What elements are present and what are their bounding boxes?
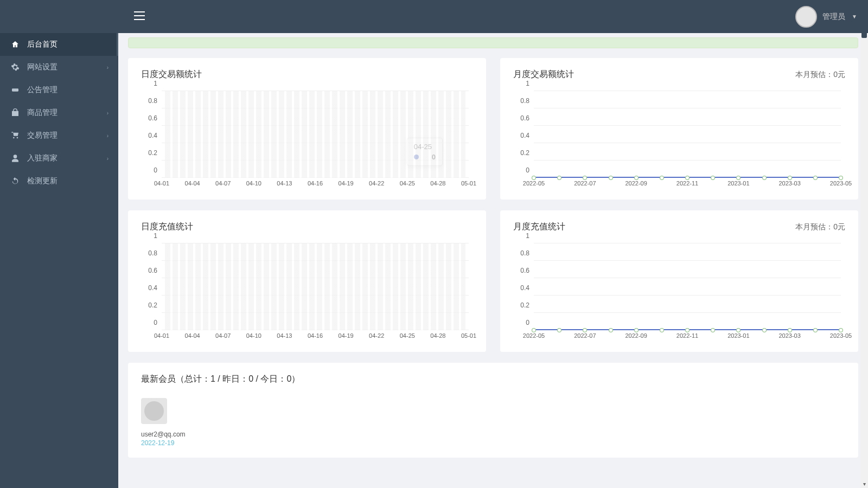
sidebar-item-3[interactable]: 商品管理› — [0, 101, 118, 124]
x-tick: 04-01 — [154, 180, 169, 187]
y-tick: 0 — [154, 319, 157, 326]
user-avatar-icon — [795, 6, 817, 28]
forecast-label: 本月预估：0元 — [795, 70, 845, 80]
data-marker — [557, 328, 561, 332]
cart-icon — [10, 131, 21, 140]
y-tick: 0.8 — [148, 97, 157, 105]
daily-recharge-card: 日度充值统计 00.20.40.60.8104-0104-0404-0704-1… — [128, 210, 486, 352]
x-tick: 2023-01 — [727, 332, 749, 339]
x-tick: 2023-01 — [727, 180, 749, 187]
data-marker — [634, 328, 639, 332]
data-marker — [634, 176, 639, 180]
caret-down-icon: ▼ — [852, 14, 857, 20]
alert-banner — [128, 37, 858, 48]
x-tick: 2022-11 — [676, 332, 698, 339]
monthly-recharge-chart[interactable]: 00.20.40.60.812022-052022-072022-092022-… — [513, 243, 845, 341]
card-title: 月度充值统计 — [513, 221, 565, 233]
card-title: 日度充值统计 — [141, 221, 193, 233]
x-tick: 04-28 — [430, 180, 445, 187]
daily-trade-chart[interactable]: 04-25 0 00.20.40.60.8104-0104-0404-0704-… — [141, 91, 473, 189]
sidebar-item-2[interactable]: 公告管理 — [0, 79, 118, 101]
data-marker — [685, 176, 690, 180]
member-email: user2@qq.com — [141, 431, 186, 438]
data-marker — [736, 328, 741, 332]
hamburger-icon — [134, 11, 145, 20]
daily-recharge-chart[interactable]: 00.20.40.60.8104-0104-0404-0704-1004-130… — [141, 243, 473, 341]
y-tick: 1 — [526, 80, 529, 87]
y-tick: 0.6 — [148, 267, 157, 274]
forecast-label: 本月预估：0元 — [795, 222, 845, 232]
sidebar-item-6[interactable]: 检测更新 — [0, 170, 118, 192]
x-tick: 04-16 — [308, 332, 323, 339]
sidebar-item-4[interactable]: 交易管理› — [0, 124, 118, 147]
data-marker — [736, 176, 741, 180]
monthly-trade-chart[interactable]: 00.20.40.60.812022-052022-072022-092022-… — [513, 91, 845, 189]
data-marker — [711, 328, 715, 332]
chevron-right-icon: › — [107, 133, 108, 139]
x-tick: 04-04 — [185, 332, 200, 339]
sidebar: 后台首页网站设置›公告管理商品管理›交易管理›入驻商家›检测更新 — [0, 0, 118, 467]
sidebar-item-5[interactable]: 入驻商家› — [0, 147, 118, 170]
x-tick: 04-25 — [400, 180, 415, 187]
sidebar-item-label: 公告管理 — [27, 85, 58, 95]
svg-rect-0 — [12, 88, 18, 91]
card-title: 日度交易额统计 — [141, 69, 202, 80]
x-tick: 2022-07 — [574, 180, 596, 187]
person-icon — [10, 154, 21, 163]
data-marker — [557, 176, 561, 180]
topbar: 管理员 ▼ — [0, 0, 868, 33]
bag-icon — [10, 108, 21, 117]
y-tick: 0.4 — [520, 132, 529, 139]
sidebar-item-label: 检测更新 — [27, 176, 58, 186]
sidebar-item-0[interactable]: 后台首页 — [0, 33, 118, 56]
chevron-right-icon: › — [107, 65, 108, 70]
gear-icon — [10, 63, 21, 72]
y-tick: 0.6 — [520, 114, 529, 122]
y-tick: 0.8 — [520, 249, 529, 257]
data-marker — [609, 328, 613, 332]
data-marker — [660, 328, 664, 332]
x-tick: 04-07 — [215, 332, 231, 339]
y-tick: 0.8 — [148, 249, 157, 257]
sidebar-item-1[interactable]: 网站设置› — [0, 56, 118, 79]
y-tick: 1 — [526, 232, 529, 240]
data-marker — [583, 176, 587, 180]
sidebar-item-label: 交易管理 — [27, 131, 58, 140]
main: 日度交易额统计 04-25 0 00.20.40.60.8104-0104-04… — [118, 0, 868, 467]
x-tick: 2022-05 — [523, 332, 545, 339]
data-marker — [609, 176, 613, 180]
user-menu[interactable]: 管理员 ▼ — [795, 6, 857, 28]
y-tick: 0.2 — [520, 301, 529, 309]
new-members-card: 最新会员（总计：1 / 昨日：0 / 今日：0） user2@qq.com202… — [128, 363, 858, 458]
x-tick: 04-22 — [369, 332, 384, 339]
y-tick: 1 — [154, 232, 157, 240]
data-marker — [813, 328, 818, 332]
x-tick: 04-13 — [277, 180, 292, 187]
data-marker — [762, 176, 767, 180]
data-marker — [839, 328, 843, 332]
data-marker — [583, 328, 587, 332]
monthly-trade-card: 月度交易额统计 本月预估：0元 00.20.40.60.812022-05202… — [500, 58, 858, 200]
y-tick: 0.2 — [520, 149, 529, 157]
member-avatar-icon — [141, 398, 167, 424]
x-tick: 04-19 — [339, 180, 354, 187]
vertical-scrollbar[interactable]: ▴ ▾ — [860, 0, 868, 467]
data-marker — [532, 176, 536, 180]
y-tick: 0.6 — [520, 267, 529, 274]
x-tick: 04-04 — [185, 180, 200, 187]
user-label: 管理员 — [822, 12, 845, 22]
x-tick: 04-16 — [308, 180, 323, 187]
y-tick: 0 — [154, 166, 157, 174]
chevron-right-icon: › — [107, 156, 108, 162]
data-marker — [788, 176, 792, 180]
member-item[interactable]: user2@qq.com2022-12-19 — [141, 398, 186, 447]
card-title: 月度交易额统计 — [513, 69, 574, 80]
monthly-recharge-card: 月度充值统计 本月预估：0元 00.20.40.60.812022-052022… — [500, 210, 858, 352]
y-tick: 0.8 — [520, 97, 529, 105]
chevron-right-icon: › — [107, 110, 108, 116]
sidebar-item-label: 后台首页 — [27, 40, 58, 49]
menu-toggle-button[interactable] — [127, 11, 145, 22]
data-marker — [532, 328, 536, 332]
sidebar-item-label: 入驻商家 — [27, 153, 58, 163]
x-tick: 04-10 — [246, 180, 261, 187]
